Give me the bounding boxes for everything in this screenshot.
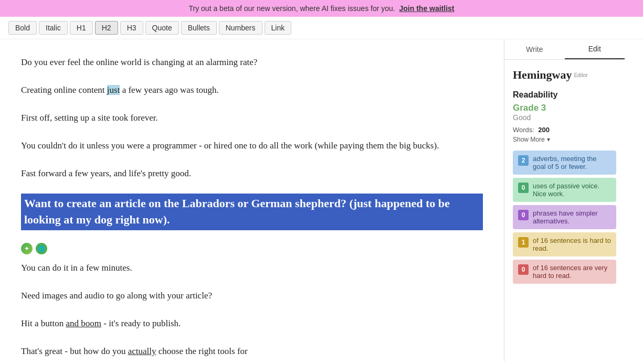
stat-badge-0: 2: [518, 155, 529, 166]
tab-write[interactable]: Write: [504, 39, 565, 59]
toolbar-btn-bold[interactable]: Bold: [8, 21, 37, 35]
beta-banner-link[interactable]: Join the waitlist: [399, 4, 455, 13]
stat-badge-4: 0: [518, 264, 529, 275]
text-after-underline-2: choose the right tools for: [156, 346, 248, 356]
text-before-underline-1: Hit a button: [21, 318, 66, 328]
paragraph-8: Hit a button and boom - it's ready to pu…: [21, 316, 483, 331]
stat-card-4: 0of 16 sentences are very hard to read.: [513, 260, 616, 284]
logo-sub: Editor: [574, 72, 587, 78]
stat-badge-2: 0: [518, 210, 529, 220]
toolbar-btn-quote[interactable]: Quote: [145, 21, 179, 35]
words-label: Words:: [513, 126, 534, 134]
toolbar-btn-h3[interactable]: H3: [120, 21, 143, 35]
text-before-highlight: Creating online content: [21, 85, 107, 95]
text-before-underline-2: That's great - but how do you: [21, 346, 128, 356]
beta-banner-text: Try out a beta of our new version, where…: [188, 4, 395, 13]
stat-text-4: of 16 sentences are very hard to read.: [533, 264, 611, 280]
stat-card-3: 1of 16 sentences is hard to read.: [513, 232, 616, 256]
selected-h2-heading: Want to create an article on the Labrado…: [21, 194, 483, 230]
stat-text-0: adverbs, meeting the goal of 5 or fewer.: [533, 155, 611, 170]
stat-card-1: 0uses of passive voice. Nice work.: [513, 178, 616, 202]
toolbar-btn-italic[interactable]: Italic: [39, 21, 68, 35]
paragraph-3: First off, setting up a site took foreve…: [21, 111, 483, 126]
paragraph-2: Creating online content just a few years…: [21, 83, 483, 98]
grade-text: Grade 3: [513, 103, 616, 113]
readability-title: Readability: [513, 90, 616, 100]
toolbar-btn-link[interactable]: Link: [265, 21, 292, 35]
logo-text: Hemingway: [513, 68, 572, 82]
stat-card-2: 0phrases have simpler alternatives.: [513, 205, 616, 229]
words-count: 200: [538, 126, 550, 134]
underlined-word-2: actually: [128, 346, 156, 356]
beta-banner: Try out a beta of our new version, where…: [0, 0, 643, 17]
sidebar: Write Edit Hemingway Editor Readability …: [504, 39, 625, 361]
stat-badge-3: 1: [518, 237, 529, 248]
text-after-highlight: a few years ago was tough.: [120, 85, 218, 95]
paragraph-1: Do you ever feel the online world is cha…: [21, 55, 483, 70]
toolbar-btn-h2[interactable]: H2: [95, 21, 118, 35]
editor-area[interactable]: Do you ever feel the online world is cha…: [0, 39, 504, 361]
stat-text-3: of 16 sentences is hard to read.: [533, 237, 611, 252]
stat-text-1: uses of passive voice. Nice work.: [533, 182, 611, 198]
sparkle-icon[interactable]: ✦: [21, 243, 33, 254]
good-text: Good: [513, 113, 616, 122]
paragraph-7: Need images and audio to go along with y…: [21, 288, 483, 304]
paragraph-6: You can do it in a few minutes.: [21, 261, 483, 276]
paragraph-9: That's great - but how do you actually c…: [21, 344, 483, 359]
sidebar-tabs-container: Write Edit: [504, 39, 625, 60]
highlighted-word: just: [107, 85, 120, 95]
tab-edit[interactable]: Edit: [565, 39, 625, 59]
underlined-word-1: and boom: [66, 318, 101, 328]
show-more[interactable]: Show More ▾: [513, 136, 616, 143]
main-layout: Do you ever feel the online world is cha…: [0, 39, 643, 361]
toolbar-btn-h1[interactable]: H1: [70, 21, 93, 35]
toolbar-btn-bullets[interactable]: Bullets: [181, 21, 217, 35]
readability-section: Readability Grade 3 Good Words: 200 Show…: [504, 86, 625, 295]
inline-toolbar-icons: ✦ 🌐: [21, 243, 483, 254]
paragraph-4: You couldn't do it unless you were a pro…: [21, 138, 483, 154]
globe-icon[interactable]: 🌐: [36, 243, 47, 254]
stat-text-2: phrases have simpler alternatives.: [533, 209, 611, 225]
logo-area: Hemingway Editor: [504, 60, 625, 86]
words-line: Words: 200: [513, 126, 616, 134]
paragraph-5: Fast forward a few years, and life's pre…: [21, 166, 483, 181]
chevron-down-icon: ▾: [547, 136, 550, 143]
toolbar: BoldItalicH1H2H3QuoteBulletsNumbersLink: [0, 17, 643, 39]
stat-card-0: 2adverbs, meeting the goal of 5 or fewer…: [513, 151, 616, 175]
toolbar-btn-numbers[interactable]: Numbers: [219, 21, 262, 35]
stat-cards-container: 2adverbs, meeting the goal of 5 or fewer…: [513, 151, 616, 284]
text-after-underline-1: - it's ready to publish.: [101, 318, 181, 328]
stat-badge-1: 0: [518, 183, 529, 193]
